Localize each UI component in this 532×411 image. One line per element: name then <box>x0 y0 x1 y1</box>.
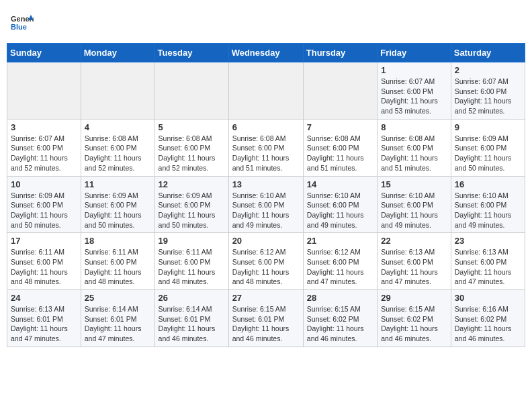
day-detail: Sunrise: 6:13 AMSunset: 6:00 PMDaylight:… <box>381 247 447 287</box>
weekday-header-sunday: Sunday <box>7 44 81 62</box>
day-detail: Sunrise: 6:07 AMSunset: 6:00 PMDaylight:… <box>11 134 77 173</box>
day-detail: Sunrise: 6:07 AMSunset: 6:00 PMDaylight:… <box>455 77 521 116</box>
calendar-cell: 27Sunrise: 6:15 AMSunset: 6:01 PMDayligh… <box>228 290 303 347</box>
day-number: 17 <box>11 236 77 246</box>
weekday-header-friday: Friday <box>378 44 451 62</box>
calendar-cell: 5Sunrise: 6:08 AMSunset: 6:00 PMDaylight… <box>154 119 228 176</box>
calendar-cell <box>303 62 377 120</box>
day-detail: Sunrise: 6:11 AMSunset: 6:00 PMDaylight:… <box>11 247 77 287</box>
day-detail: Sunrise: 6:15 AMSunset: 6:02 PMDaylight:… <box>307 304 373 344</box>
calendar-cell: 19Sunrise: 6:11 AMSunset: 6:00 PMDayligh… <box>154 233 228 290</box>
calendar-cell: 29Sunrise: 6:15 AMSunset: 6:02 PMDayligh… <box>378 290 451 347</box>
day-number: 2 <box>455 65 521 75</box>
day-detail: Sunrise: 6:08 AMSunset: 6:00 PMDaylight:… <box>159 134 225 173</box>
calendar-cell <box>228 62 303 120</box>
week-row-5: 24Sunrise: 6:13 AMSunset: 6:01 PMDayligh… <box>7 290 525 347</box>
day-number: 14 <box>307 179 373 189</box>
day-detail: Sunrise: 6:09 AMSunset: 6:00 PMDaylight:… <box>455 134 521 173</box>
calendar-cell: 13Sunrise: 6:10 AMSunset: 6:00 PMDayligh… <box>228 176 303 233</box>
calendar-cell: 12Sunrise: 6:09 AMSunset: 6:00 PMDayligh… <box>154 176 228 233</box>
day-detail: Sunrise: 6:09 AMSunset: 6:00 PMDaylight:… <box>11 191 77 230</box>
day-number: 1 <box>381 65 447 75</box>
calendar-cell: 22Sunrise: 6:13 AMSunset: 6:00 PMDayligh… <box>378 233 451 290</box>
day-detail: Sunrise: 6:12 AMSunset: 6:00 PMDaylight:… <box>232 247 300 287</box>
calendar-cell: 24Sunrise: 6:13 AMSunset: 6:01 PMDayligh… <box>7 290 81 347</box>
calendar-cell: 17Sunrise: 6:11 AMSunset: 6:00 PMDayligh… <box>7 233 81 290</box>
day-detail: Sunrise: 6:08 AMSunset: 6:00 PMDaylight:… <box>232 134 300 173</box>
day-number: 20 <box>232 236 300 246</box>
day-detail: Sunrise: 6:12 AMSunset: 6:00 PMDaylight:… <box>307 247 373 287</box>
calendar-cell: 14Sunrise: 6:10 AMSunset: 6:00 PMDayligh… <box>303 176 377 233</box>
day-number: 29 <box>381 293 447 303</box>
calendar-cell <box>81 62 154 120</box>
weekday-header-saturday: Saturday <box>451 44 525 62</box>
day-number: 10 <box>11 179 77 189</box>
day-number: 15 <box>381 179 447 189</box>
day-detail: Sunrise: 6:11 AMSunset: 6:00 PMDaylight:… <box>85 247 151 287</box>
day-detail: Sunrise: 6:14 AMSunset: 6:01 PMDaylight:… <box>159 304 225 344</box>
calendar-cell: 23Sunrise: 6:13 AMSunset: 6:00 PMDayligh… <box>451 233 525 290</box>
day-detail: Sunrise: 6:08 AMSunset: 6:00 PMDaylight:… <box>307 134 373 173</box>
calendar-cell: 3Sunrise: 6:07 AMSunset: 6:00 PMDaylight… <box>7 119 81 176</box>
day-number: 8 <box>381 122 447 132</box>
day-number: 9 <box>455 122 521 132</box>
day-detail: Sunrise: 6:10 AMSunset: 6:00 PMDaylight:… <box>455 191 521 230</box>
calendar-cell: 2Sunrise: 6:07 AMSunset: 6:00 PMDaylight… <box>451 62 525 120</box>
calendar-cell: 28Sunrise: 6:15 AMSunset: 6:02 PMDayligh… <box>303 290 377 347</box>
calendar-cell: 8Sunrise: 6:08 AMSunset: 6:00 PMDaylight… <box>378 119 451 176</box>
day-number: 12 <box>159 179 225 189</box>
day-number: 24 <box>11 293 77 303</box>
day-detail: Sunrise: 6:14 AMSunset: 6:01 PMDaylight:… <box>85 304 151 344</box>
calendar-cell: 20Sunrise: 6:12 AMSunset: 6:00 PMDayligh… <box>228 233 303 290</box>
week-row-3: 10Sunrise: 6:09 AMSunset: 6:00 PMDayligh… <box>7 176 525 233</box>
day-number: 27 <box>232 293 300 303</box>
weekday-header-tuesday: Tuesday <box>154 44 228 62</box>
logo-svg: General Blue <box>9 11 34 35</box>
day-detail: Sunrise: 6:10 AMSunset: 6:00 PMDaylight:… <box>307 191 373 230</box>
logo: General Blue <box>9 11 34 35</box>
day-number: 3 <box>11 122 77 132</box>
weekday-header-row: SundayMondayTuesdayWednesdayThursdayFrid… <box>7 44 525 62</box>
day-detail: Sunrise: 6:16 AMSunset: 6:02 PMDaylight:… <box>455 304 521 344</box>
weekday-header-monday: Monday <box>81 44 154 62</box>
day-number: 21 <box>307 236 373 246</box>
calendar-cell: 15Sunrise: 6:10 AMSunset: 6:00 PMDayligh… <box>378 176 451 233</box>
day-number: 4 <box>85 122 151 132</box>
calendar: SundayMondayTuesdayWednesdayThursdayFrid… <box>7 43 525 347</box>
day-number: 30 <box>455 293 521 303</box>
calendar-cell: 10Sunrise: 6:09 AMSunset: 6:00 PMDayligh… <box>7 176 81 233</box>
calendar-cell: 26Sunrise: 6:14 AMSunset: 6:01 PMDayligh… <box>154 290 228 347</box>
calendar-cell: 18Sunrise: 6:11 AMSunset: 6:00 PMDayligh… <box>81 233 154 290</box>
svg-text:Blue: Blue <box>11 23 27 31</box>
calendar-cell: 11Sunrise: 6:09 AMSunset: 6:00 PMDayligh… <box>81 176 154 233</box>
day-number: 18 <box>85 236 151 246</box>
day-detail: Sunrise: 6:15 AMSunset: 6:01 PMDaylight:… <box>232 304 300 344</box>
calendar-cell <box>154 62 228 120</box>
calendar-cell: 16Sunrise: 6:10 AMSunset: 6:00 PMDayligh… <box>451 176 525 233</box>
day-number: 5 <box>159 122 225 132</box>
day-detail: Sunrise: 6:10 AMSunset: 6:00 PMDaylight:… <box>232 191 300 230</box>
day-detail: Sunrise: 6:13 AMSunset: 6:00 PMDaylight:… <box>455 247 521 287</box>
day-number: 13 <box>232 179 300 189</box>
day-detail: Sunrise: 6:15 AMSunset: 6:02 PMDaylight:… <box>381 304 447 344</box>
weekday-header-wednesday: Wednesday <box>228 44 303 62</box>
day-number: 19 <box>159 236 225 246</box>
weekday-header-thursday: Thursday <box>303 44 377 62</box>
day-number: 26 <box>159 293 225 303</box>
day-detail: Sunrise: 6:13 AMSunset: 6:01 PMDaylight:… <box>11 304 77 344</box>
calendar-cell: 25Sunrise: 6:14 AMSunset: 6:01 PMDayligh… <box>81 290 154 347</box>
day-number: 7 <box>307 122 373 132</box>
day-number: 16 <box>455 179 521 189</box>
calendar-cell: 4Sunrise: 6:08 AMSunset: 6:00 PMDaylight… <box>81 119 154 176</box>
calendar-cell: 1Sunrise: 6:07 AMSunset: 6:00 PMDaylight… <box>378 62 451 120</box>
week-row-1: 1Sunrise: 6:07 AMSunset: 6:00 PMDaylight… <box>7 62 525 120</box>
calendar-cell: 9Sunrise: 6:09 AMSunset: 6:00 PMDaylight… <box>451 119 525 176</box>
day-detail: Sunrise: 6:10 AMSunset: 6:00 PMDaylight:… <box>381 191 447 230</box>
week-row-4: 17Sunrise: 6:11 AMSunset: 6:00 PMDayligh… <box>7 233 525 290</box>
day-number: 22 <box>381 236 447 246</box>
header: General Blue <box>7 7 525 39</box>
calendar-cell <box>7 62 81 120</box>
day-number: 25 <box>85 293 151 303</box>
calendar-cell: 21Sunrise: 6:12 AMSunset: 6:00 PMDayligh… <box>303 233 377 290</box>
week-row-2: 3Sunrise: 6:07 AMSunset: 6:00 PMDaylight… <box>7 119 525 176</box>
